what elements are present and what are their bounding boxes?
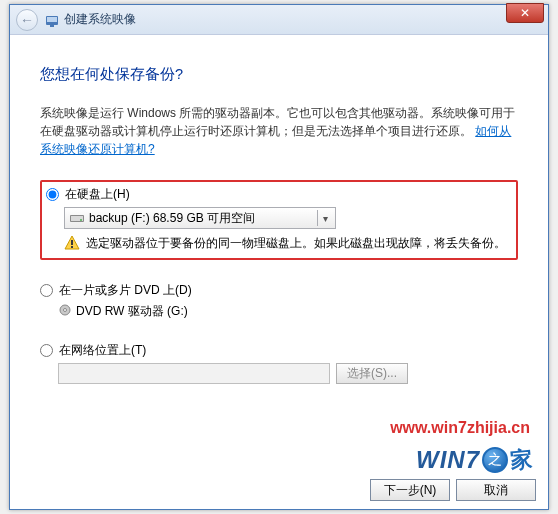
svg-rect-7 <box>71 240 73 245</box>
logo-jia: 家 <box>509 444 534 476</box>
svg-rect-8 <box>71 246 73 248</box>
hdd-label: 在硬盘上(H) <box>65 186 130 203</box>
page-heading: 您想在何处保存备份? <box>40 65 518 84</box>
dvd-option-block: 在一片或多片 DVD 上(D) DVD RW 驱动器 (G:) <box>40 282 518 320</box>
wizard-icon <box>44 12 60 28</box>
svg-point-5 <box>80 219 82 221</box>
hdd-warning-text: 选定驱动器位于要备份的同一物理磁盘上。如果此磁盘出现故障，将丢失备份。 <box>86 235 506 252</box>
network-path-input <box>58 363 330 384</box>
content-area: 您想在何处保存备份? 系统映像是运行 Windows 所需的驱动器副本。它也可以… <box>10 35 548 384</box>
site-logo: WIN7 之 家 <box>416 445 532 475</box>
network-option-block: 在网络位置上(T) 选择(S)... <box>40 342 518 384</box>
dvd-radio-row[interactable]: 在一片或多片 DVD 上(D) <box>40 282 518 299</box>
next-button[interactable]: 下一步(N) <box>370 479 450 501</box>
warning-icon <box>64 235 80 251</box>
dvd-drive-row: DVD RW 驱动器 (G:) <box>58 303 518 320</box>
watermark-text: www.win7zhijia.cn <box>390 419 530 437</box>
options-group: 在硬盘上(H) backup (F:) 68.59 GB 可用空间 ▾ 选定驱动… <box>40 180 518 384</box>
cancel-button[interactable]: 取消 <box>456 479 536 501</box>
svg-point-10 <box>64 308 67 311</box>
network-radio[interactable] <box>40 344 53 357</box>
chevron-down-icon[interactable]: ▾ <box>317 210 333 226</box>
dvd-radio[interactable] <box>40 284 53 297</box>
svg-rect-2 <box>50 25 54 27</box>
close-button[interactable]: ✕ <box>506 3 544 23</box>
dvd-drive-icon <box>58 304 72 319</box>
network-radio-row[interactable]: 在网络位置上(T) <box>40 342 518 359</box>
description-body: 系统映像是运行 Windows 所需的驱动器副本。它也可以包含其他驱动器。系统映… <box>40 106 515 138</box>
dvd-drive-text: DVD RW 驱动器 (G:) <box>76 303 188 320</box>
network-label: 在网络位置上(T) <box>59 342 146 359</box>
hdd-drive-icon <box>69 210 85 226</box>
titlebar: ← 创建系统映像 ✕ <box>10 5 548 35</box>
hdd-drive-text: backup (F:) 68.59 GB 可用空间 <box>89 210 255 227</box>
hdd-radio[interactable] <box>46 188 59 201</box>
logo-win7: WIN7 <box>416 446 480 474</box>
network-path-row: 选择(S)... <box>58 363 518 384</box>
wizard-window: ← 创建系统映像 ✕ 您想在何处保存备份? 系统映像是运行 Windows 所需… <box>9 4 549 510</box>
hdd-drive-combo[interactable]: backup (F:) 68.59 GB 可用空间 ▾ <box>64 207 336 229</box>
hdd-option-block: 在硬盘上(H) backup (F:) 68.59 GB 可用空间 ▾ 选定驱动… <box>40 180 518 260</box>
dvd-label: 在一片或多片 DVD 上(D) <box>59 282 192 299</box>
footer-buttons: 下一步(N) 取消 <box>370 479 536 501</box>
window-title: 创建系统映像 <box>64 11 136 28</box>
logo-zhi: 之 <box>482 447 508 473</box>
browse-button: 选择(S)... <box>336 363 408 384</box>
hdd-radio-row[interactable]: 在硬盘上(H) <box>46 186 510 203</box>
svg-rect-1 <box>47 17 57 22</box>
back-button[interactable]: ← <box>16 9 38 31</box>
description-text: 系统映像是运行 Windows 所需的驱动器副本。它也可以包含其他驱动器。系统映… <box>40 104 518 158</box>
hdd-warning-row: 选定驱动器位于要备份的同一物理磁盘上。如果此磁盘出现故障，将丢失备份。 <box>64 235 510 252</box>
